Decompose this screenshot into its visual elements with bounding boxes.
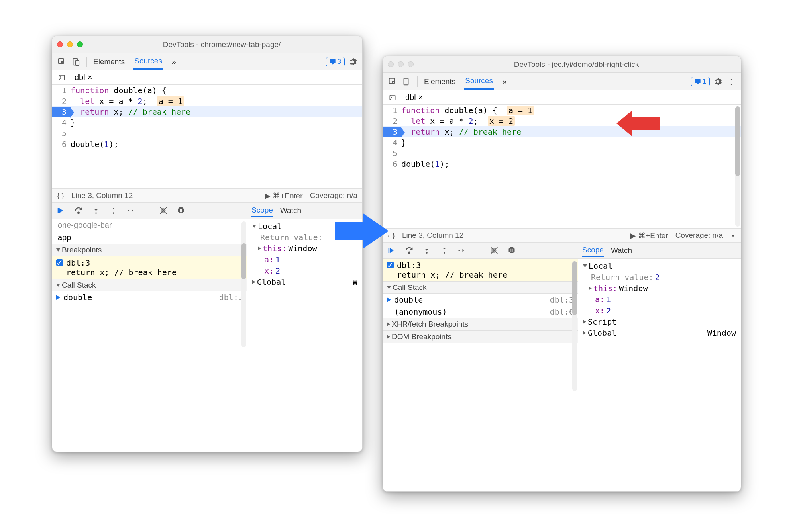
current-frame-icon bbox=[56, 295, 60, 300]
step-out-icon[interactable] bbox=[109, 206, 118, 215]
titlebar[interactable]: DevTools - jec.fyi/demo/dbl-right-click bbox=[383, 56, 741, 73]
inline-value-a: a = 1 bbox=[157, 96, 184, 106]
breakpoint-checkbox[interactable]: ✓ bbox=[387, 262, 394, 268]
expand-icon[interactable]: ▾ bbox=[730, 232, 736, 239]
file-tab-bar: dbl× bbox=[383, 90, 741, 105]
stack-frame[interactable]: (anonymous) dbl:6 bbox=[383, 306, 578, 318]
issues-badge[interactable]: 3 bbox=[326, 57, 345, 66]
file-tab-dbl[interactable]: dbl × bbox=[71, 72, 95, 83]
dom-breakpoints-header[interactable]: DOM Breakpoints bbox=[383, 331, 578, 343]
svg-point-5 bbox=[78, 212, 79, 214]
deactivate-bp-icon[interactable] bbox=[159, 206, 168, 215]
svg-point-16 bbox=[426, 252, 428, 254]
chevron-down-icon bbox=[56, 248, 60, 252]
pause-exception-icon[interactable] bbox=[507, 246, 516, 255]
stack-frame[interactable]: double dbl:3 bbox=[52, 291, 247, 303]
settings-icon[interactable] bbox=[712, 76, 723, 87]
navigator-icon[interactable] bbox=[387, 92, 397, 102]
tab-scope[interactable]: Scope bbox=[251, 206, 273, 217]
issues-badge[interactable]: 1 bbox=[691, 77, 710, 86]
scope-var-x[interactable]: x: 2 bbox=[248, 265, 361, 276]
scope-script[interactable]: Script bbox=[579, 316, 740, 327]
step-out-icon[interactable] bbox=[440, 246, 449, 255]
window-maximize[interactable] bbox=[77, 41, 83, 47]
step-into-icon[interactable] bbox=[422, 246, 432, 255]
close-icon[interactable]: × bbox=[418, 93, 423, 102]
more-icon[interactable]: ⋮ bbox=[726, 76, 737, 87]
braces-icon[interactable]: { } bbox=[57, 191, 64, 200]
svg-point-17 bbox=[444, 252, 445, 254]
device-icon[interactable] bbox=[70, 56, 81, 67]
inspect-icon[interactable] bbox=[56, 56, 67, 67]
scope-this[interactable]: this: Window bbox=[579, 283, 740, 294]
scrollbar[interactable] bbox=[735, 106, 740, 227]
inspect-icon[interactable] bbox=[387, 76, 398, 87]
tab-watch[interactable]: Watch bbox=[611, 246, 632, 255]
scrollbar[interactable] bbox=[572, 261, 577, 391]
step-into-icon[interactable] bbox=[91, 206, 101, 215]
step-icon[interactable] bbox=[457, 246, 467, 255]
tab-scope[interactable]: Scope bbox=[582, 246, 604, 257]
highlight-arrow-icon bbox=[616, 110, 660, 137]
tab-elements[interactable]: Elements bbox=[423, 74, 456, 89]
svg-rect-20 bbox=[512, 249, 513, 252]
scope-var-a[interactable]: a: 1 bbox=[248, 254, 361, 265]
coverage-status: Coverage: n/a bbox=[675, 231, 723, 240]
chevron-right-icon bbox=[258, 246, 261, 250]
svg-rect-0 bbox=[59, 58, 64, 63]
tab-elements[interactable]: Elements bbox=[92, 54, 126, 69]
navigator-icon[interactable] bbox=[57, 72, 67, 82]
stack-frame[interactable]: double dbl:3 bbox=[383, 294, 578, 306]
scope-global[interactable]: GlobalWindow bbox=[579, 327, 740, 338]
window-close[interactable] bbox=[388, 61, 394, 67]
code-editor[interactable]: 1function double(a) { 2 let x = a * 2; a… bbox=[52, 85, 362, 188]
step-over-icon[interactable] bbox=[404, 246, 414, 255]
run-hint: ▶ ⌘+Enter bbox=[265, 191, 303, 200]
editor-statusbar: { } Line 3, Column 12 ▶ ⌘+Enter Coverage… bbox=[383, 228, 741, 242]
scrollbar[interactable] bbox=[241, 221, 246, 347]
svg-point-8 bbox=[128, 210, 129, 211]
pause-exception-icon[interactable] bbox=[176, 206, 186, 215]
window-maximize[interactable] bbox=[408, 61, 414, 67]
breakpoint-item[interactable]: ✓ dbl:3 return x; // break here bbox=[52, 256, 247, 279]
svg-point-6 bbox=[95, 212, 97, 214]
devtools-window-left: DevTools - chrome://new-tab-page/ Elemen… bbox=[52, 36, 363, 452]
window-close[interactable] bbox=[57, 41, 63, 47]
inline-value-x: x = 2 bbox=[488, 116, 515, 126]
resume-icon[interactable] bbox=[56, 206, 66, 215]
scope-var-a[interactable]: a: 1 bbox=[579, 294, 740, 305]
breakpoint-item[interactable]: ✓ dbl:3 return x; // break here bbox=[383, 259, 578, 281]
scope-global[interactable]: GlobalW bbox=[248, 276, 361, 288]
callstack-header[interactable]: Call Stack bbox=[52, 279, 247, 291]
svg-rect-9 bbox=[180, 209, 181, 212]
svg-rect-4 bbox=[58, 208, 59, 213]
tab-sources[interactable]: Sources bbox=[464, 73, 494, 90]
tab-sources[interactable]: Sources bbox=[133, 53, 163, 70]
file-tab-dbl[interactable]: dbl× bbox=[402, 92, 426, 103]
xhr-breakpoints-header[interactable]: XHR/fetch Breakpoints bbox=[383, 318, 578, 331]
svg-rect-19 bbox=[511, 249, 512, 252]
tab-watch[interactable]: Watch bbox=[280, 206, 301, 215]
svg-point-18 bbox=[458, 250, 460, 251]
svg-point-7 bbox=[113, 212, 114, 214]
step-icon[interactable] bbox=[126, 206, 136, 215]
window-minimize[interactable] bbox=[67, 41, 73, 47]
deactivate-bp-icon[interactable] bbox=[489, 246, 499, 255]
tab-more[interactable]: » bbox=[502, 74, 508, 89]
callstack-header[interactable]: Call Stack bbox=[383, 281, 578, 294]
scope-tabbar: Scope Watch bbox=[578, 242, 741, 259]
scope-var-x[interactable]: x: 2 bbox=[579, 305, 740, 316]
close-icon[interactable]: × bbox=[88, 73, 92, 82]
app-row[interactable]: app bbox=[52, 231, 247, 244]
code-editor[interactable]: 1function double(a) { a = 1 2 let x = a … bbox=[383, 105, 741, 228]
step-over-icon[interactable] bbox=[74, 206, 83, 215]
tab-more[interactable]: » bbox=[171, 54, 177, 69]
scope-local[interactable]: Local bbox=[579, 260, 740, 272]
breakpoints-header[interactable]: Breakpoints bbox=[52, 244, 247, 256]
titlebar[interactable]: DevTools - chrome://new-tab-page/ bbox=[52, 36, 362, 53]
settings-icon[interactable] bbox=[347, 56, 358, 67]
breakpoint-checkbox[interactable]: ✓ bbox=[56, 259, 63, 266]
file-tab-bar: dbl × bbox=[52, 70, 362, 85]
device-icon[interactable] bbox=[400, 76, 412, 87]
window-minimize[interactable] bbox=[398, 61, 404, 67]
